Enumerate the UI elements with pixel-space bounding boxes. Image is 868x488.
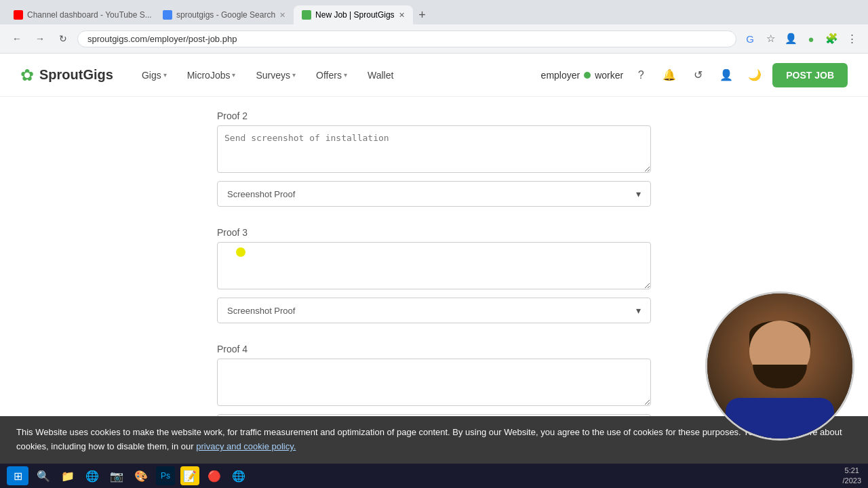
browser-chrome: Channel dashboard - YouTube S... ✕ sprou… [0,0,868,54]
shirt [726,398,834,439]
employer-worker-toggle[interactable]: employer worker [541,70,624,81]
surveys-caret-icon: ▾ [292,71,296,79]
tab-title-sproutgigs: New Job | SproutGigs [315,10,395,20]
time-value: 5:21 [842,466,861,476]
proof2-dropdown-caret-icon: ▾ [636,188,641,199]
system-time: 5:21 /2023 [842,466,861,487]
logo[interactable]: ✿ SproutGigs [20,66,113,85]
tab-favicon-sproutgigs [302,10,311,20]
proof2-dropdown[interactable]: Screenshot Proof ▾ [217,181,651,207]
address-bar: ← → ↻ sproutgigs.com/employer/post-job.p… [0,24,868,53]
taskbar-right: 5:21 /2023 [842,466,861,487]
face-beard [753,365,807,388]
url-bar[interactable]: sproutgigs.com/employer/post-job.php [77,30,736,47]
logo-text: SproutGigs [39,67,113,83]
chrome-menu-icon[interactable]: ⋮ [844,30,860,47]
proof3-dropdown-caret-icon: ▾ [636,305,641,316]
tab-sproutgigs[interactable]: New Job | SproutGigs ✕ [294,5,413,24]
employer-label: employer [541,70,580,81]
tab-youtube[interactable]: Channel dashboard - YouTube S... ✕ [5,5,155,24]
tab-close-google[interactable]: ✕ [279,11,285,20]
gigs-caret-icon: ▾ [163,71,167,79]
proof2-textarea[interactable] [217,125,651,173]
profile-icon-2[interactable]: ● [803,30,819,47]
proof2-textarea-wrapper [217,125,651,176]
tab-bar: Channel dashboard - YouTube S... ✕ sprou… [0,0,868,24]
proof3-dropdown-label: Screenshot Proof [227,306,295,316]
proof2-section: Proof 2 Screenshot Proof ▾ [217,110,651,207]
proof3-textarea-wrapper [217,242,651,292]
proof3-label: Proof 3 [217,227,651,238]
logo-icon: ✿ [20,66,34,85]
tab-title-youtube: Channel dashboard - YouTube S... [27,10,152,20]
user-avatar[interactable]: 👤 [715,64,737,86]
browser-toolbar: G ☆ 👤 ● 🧩 ⋮ [742,30,860,47]
proof3-textarea[interactable] [217,242,651,289]
taskbar-paint-icon[interactable]: 🎨 [132,466,151,485]
cookie-policy-link[interactable]: privacy and cookie policy. [196,441,296,451]
windows-start-icon[interactable]: ⊞ [7,466,28,485]
tab-title-google: sproutgigs - Google Search [176,10,275,20]
site-header: ✿ SproutGigs Gigs ▾ MicroJobs ▾ Surveys … [0,54,868,97]
webcam-face [707,293,852,439]
tab-close-sproutgigs[interactable]: ✕ [399,11,405,20]
taskbar: ⊞ 🔍 📁 🌐 📷 🎨 Ps 📝 🔴 🌐 5:21 /2023 [0,464,868,488]
taskbar-browser-icon[interactable]: 🌐 [229,466,248,485]
forward-button[interactable]: → [31,30,49,47]
taskbar-red-icon[interactable]: 🔴 [205,466,224,485]
cursor-indicator [236,247,245,257]
url-text: sproutgigs.com/employer/post-job.php [87,34,237,44]
right-nav: employer worker ? 🔔 ↺ 👤 🌙 POST JOB [541,63,848,87]
nav-gigs[interactable]: Gigs ▾ [134,64,175,86]
proof2-dropdown-label: Screenshot Proof [227,189,295,199]
proof3-dropdown[interactable]: Screenshot Proof ▾ [217,298,651,323]
date-value: /2023 [842,476,861,486]
nav-microjobs[interactable]: MicroJobs ▾ [179,64,244,86]
taskbar-notes-icon[interactable]: 📝 [180,466,199,485]
taskbar-search-icon[interactable]: 🔍 [34,466,53,485]
taskbar-chrome-icon[interactable]: 🌐 [83,466,102,485]
proof4-textarea[interactable] [217,359,651,406]
bookmark-star-icon[interactable]: ☆ [762,30,778,47]
google-icon[interactable]: G [742,30,758,47]
back-button[interactable]: ← [8,30,26,47]
refresh-button[interactable]: ↻ [54,30,72,47]
webcam-overlay [705,291,854,441]
toggle-indicator [584,72,591,79]
taskbar-files-icon[interactable]: 📁 [58,466,77,485]
help-icon[interactable]: ? [630,64,652,86]
worker-label: worker [595,70,623,81]
proof4-label: Proof 4 [217,344,651,354]
notifications-icon[interactable]: 🔔 [658,64,680,86]
post-job-button[interactable]: POST JOB [772,63,848,87]
main-nav: Gigs ▾ MicroJobs ▾ Surveys ▾ Offers ▾ Wa… [134,64,521,86]
proof3-section: Proof 3 Screenshot Proof ▾ [217,227,651,323]
extensions-icon[interactable]: 🧩 [823,30,840,47]
offers-caret-icon: ▾ [344,71,347,79]
proof2-label: Proof 2 [217,110,651,121]
nav-wallet[interactable]: Wallet [359,64,401,86]
taskbar-ps-icon[interactable]: Ps [156,466,175,485]
tab-favicon-google [163,10,172,20]
tab-favicon-youtube [14,10,23,20]
nav-offers[interactable]: Offers ▾ [308,64,355,86]
proof4-textarea-wrapper [217,359,651,409]
history-icon[interactable]: ↺ [687,64,709,86]
profile-icon-1[interactable]: 👤 [783,30,799,47]
new-tab-button[interactable]: + [413,5,432,24]
nav-surveys[interactable]: Surveys ▾ [248,64,304,86]
taskbar-camera-icon[interactable]: 📷 [107,466,126,485]
tab-google[interactable]: sproutgigs - Google Search ✕ [155,5,294,24]
microjobs-caret-icon: ▾ [232,71,235,79]
theme-toggle-icon[interactable]: 🌙 [744,64,766,86]
